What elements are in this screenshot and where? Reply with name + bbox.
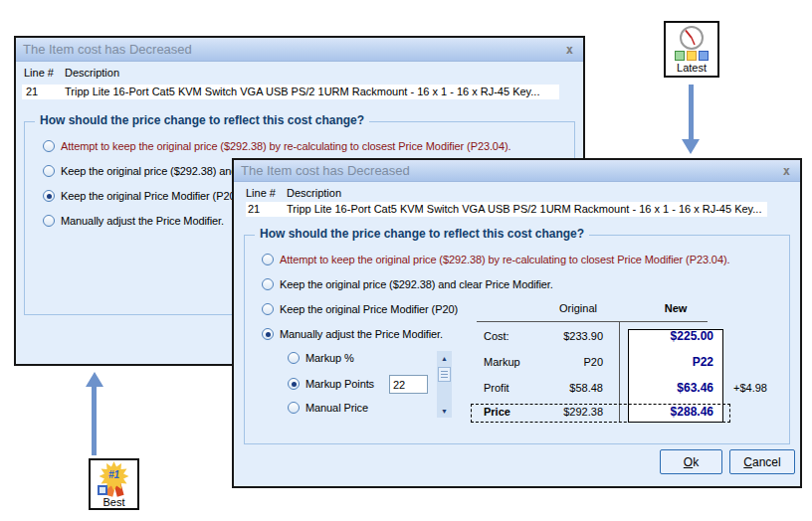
original-price: $292.38 [504,406,603,418]
close-icon[interactable]: x [783,165,790,177]
radio-selected-icon[interactable] [43,190,55,202]
option-label: Keep the original Price Modifier (P20) [61,190,239,202]
option-label: Manually adjust the Price Modifier. [61,215,224,227]
latest-button[interactable]: Latest [664,21,719,78]
option-keep-price-modifier[interactable]: Keep the original Price Modifier (P20) [43,189,239,203]
desktop: The Item cost has Decreased x Line # Des… [0,0,812,521]
item-row[interactable]: 21 Tripp Lite 16-Port Cat5 KVM Switch VG… [22,85,559,99]
option-label: Manual Price [305,402,368,414]
new-profit: $63.46 [634,381,713,395]
titlebar[interactable]: The Item cost has Decreased x [234,160,800,182]
groupbox-title: How should the price change to reflect t… [255,227,589,241]
radio-unselected-icon[interactable] [262,278,274,290]
option-recalculate-price-modifier[interactable]: Attempt to keep the original price ($292… [262,253,729,266]
option-label: Keep the original price ($292.38) and cl… [280,278,553,290]
option-keep-price-clear-modifier[interactable]: Keep the original price ($292.38) and cl… [262,277,553,291]
color-squares-icon [675,51,709,61]
markup-points-spinner: ▲ ▼ [437,351,452,418]
new-markup: P22 [634,355,713,369]
titlebar[interactable]: The Item cost has Decreased x [16,38,583,62]
ok-button[interactable]: Ok [660,449,722,474]
column-header-description: Description [65,67,119,79]
item-row[interactable]: 21 Tripp Lite 16-Port Cat5 KVM Switch VG… [246,202,767,217]
option-manually-adjust[interactable]: Manually adjust the Price Modifier. [262,327,443,341]
radio-unselected-icon[interactable] [288,402,300,414]
column-header-description: Description [287,187,341,199]
option-keep-price-modifier[interactable]: Keep the original Price Modifier (P20) [262,302,458,316]
option-label: Manually adjust the Price Modifier. [280,328,443,340]
column-header-original: Original [548,302,608,314]
original-profit: $58.48 [504,382,603,394]
radio-unselected-icon[interactable] [43,140,55,152]
item-description: Tripp Lite 16-Port Cat5 KVM Switch VGA U… [287,203,761,215]
arrow-down-icon [682,139,700,154]
best-label: Best [102,496,124,508]
price-change-groupbox: How should the price change to reflect t… [244,235,790,444]
radio-unselected-icon[interactable] [288,352,300,364]
groupbox-title: How should the price change to reflect t… [35,113,369,127]
spinner-down-icon[interactable]: ▼ [437,404,452,418]
dialog-title: The Item cost has Decreased [23,42,192,57]
line-number: 21 [26,86,38,97]
arrow-latest-to-dialog [689,85,694,141]
dialog-item-cost-decreased-front: The Item cost has Decreased x Line # Des… [232,158,802,488]
close-icon[interactable]: x [566,44,573,56]
option-label: Attempt to keep the original price ($292… [280,254,729,265]
markup-points-input[interactable] [389,375,428,394]
line-number: 21 [248,203,260,215]
radio-unselected-icon[interactable] [43,215,55,227]
column-header-line: Line # [246,187,276,199]
option-recalculate-price-modifier[interactable]: Attempt to keep the original price ($292… [43,139,510,153]
radio-unselected-icon[interactable] [262,303,274,315]
original-cost: $233.90 [504,330,603,342]
rank-text: #1 [98,469,131,480]
column-header-line: Line # [24,67,54,79]
spinner-up-icon[interactable]: ▲ [437,351,452,365]
option-label: Keep the original Price Modifier (P20) [280,303,458,315]
radio-unselected-icon[interactable] [262,254,274,265]
clock-icon [679,25,705,51]
cancel-button[interactable]: Cancel [729,449,795,474]
latest-label: Latest [677,62,707,74]
option-label: Attempt to keep the original price ($292… [61,140,510,152]
new-price: $288.46 [634,405,713,419]
suboption-manual-price[interactable]: Manual Price [288,401,368,415]
option-label: Markup Points [305,378,374,390]
option-manually-adjust[interactable]: Manually adjust the Price Modifier. [43,214,224,228]
arrow-best-to-dialog [92,386,97,455]
suboption-markup-percent[interactable]: Markup % [288,351,354,365]
radio-unselected-icon[interactable] [43,165,55,177]
original-markup: P20 [504,356,603,368]
table-header-divider [477,321,708,322]
profit-delta: +$4.98 [733,382,767,394]
dialog-title: The Item cost has Decreased [241,163,410,178]
best-button[interactable]: #1 Best [89,458,139,510]
radio-selected-icon[interactable] [288,378,300,390]
column-header-new: New [646,302,706,314]
spinner-thumb[interactable] [438,367,451,382]
suboption-markup-points[interactable]: Markup Points [288,377,374,391]
radio-selected-icon[interactable] [262,328,274,340]
item-description: Tripp Lite 16-Port Cat5 KVM Switch VGA U… [65,86,539,97]
arrow-up-icon [86,372,103,387]
option-label: Markup % [305,352,354,364]
first-place-ribbon-icon: #1 [98,461,131,495]
new-cost: $225.00 [634,329,713,343]
